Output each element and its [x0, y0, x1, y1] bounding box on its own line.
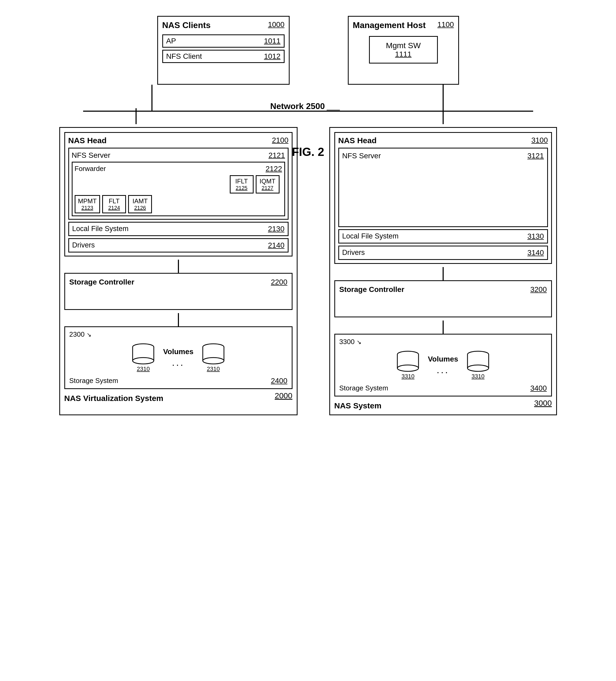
nas-virt-system-id: 2000	[275, 391, 293, 403]
connector-2200-2300	[178, 313, 179, 326]
iqmt-id: 2127	[259, 185, 276, 191]
svg-point-19	[397, 365, 419, 371]
mgmt-sw-id: 1111	[376, 50, 431, 58]
svg-text:Network 2500: Network 2500	[270, 101, 324, 111]
nas-virt-system-box: NAS Head 2100 NFS Server 2121 Forwarder …	[59, 127, 298, 415]
connector-3100-3200	[443, 267, 444, 280]
mgmt-sw-label: Mgmt SW	[376, 41, 431, 50]
storage-group-3300-id: 3300	[339, 338, 355, 346]
storage-ctrl-2200-id: 2200	[271, 278, 287, 286]
volume-3310-id-right: 3310	[466, 373, 490, 380]
nfs-client-box: NFS Client 1012	[162, 50, 285, 63]
nfs-server-2121-label: NFS Server	[72, 151, 110, 159]
nas-head-3100-box: NAS Head 3100 NFS Server 3121 Local File…	[334, 132, 552, 264]
nfs-server-3121-box: NFS Server 3121	[338, 148, 548, 227]
nas-head-2100-id: 2100	[272, 136, 288, 145]
nfs-server-2121-id: 2121	[268, 151, 285, 159]
drivers-3140-box: Drivers 3140	[338, 246, 548, 260]
drivers-3140-id: 3140	[527, 249, 544, 257]
volume-id-left: 2310	[131, 365, 155, 372]
lfs-3130-id: 3130	[527, 232, 544, 241]
storage-system-inner-left: 2310 Volumes ...	[69, 340, 288, 375]
storage-system-2400-box: 2300 ↘ 2310	[64, 326, 293, 389]
ap-id: 1011	[264, 37, 280, 45]
forwarder-label: Forwarder	[75, 165, 106, 173]
iamt-id: 2126	[131, 205, 148, 211]
storage-system-3400-id: 3400	[530, 384, 547, 393]
mgmt-host-box: Management Host 1100 Mgmt SW 1111	[348, 16, 459, 85]
drivers-2140-label: Drivers	[72, 241, 95, 250]
flt-id: 2124	[106, 205, 123, 211]
svg-point-24	[468, 365, 489, 371]
nas-head-2100-title: NAS Head	[68, 136, 107, 145]
storage-ctrl-2200-label: Storage Controller	[69, 278, 134, 286]
volume-3310-id-left: 3310	[396, 373, 420, 380]
nas-clients-title: NAS Clients	[162, 20, 211, 30]
volume-cylinder-right: 2310	[201, 343, 225, 372]
connector-2100-2200	[178, 260, 179, 273]
volumes-label-right: Volumes	[428, 355, 458, 363]
mgmt-sw-box: Mgmt SW 1111	[369, 36, 438, 64]
iflt-label: IFLT	[235, 178, 248, 185]
storage-group-arrow-right: ↘	[356, 339, 361, 345]
connector-3200-3300	[443, 321, 444, 334]
nas-system-footer: NAS System 3000	[334, 399, 552, 410]
lfs-3130-box: Local File System 3130	[338, 229, 548, 244]
storage-ctrl-3200-box: Storage Controller 3200	[334, 280, 552, 317]
volumes-dots-right: ...	[437, 364, 449, 376]
nas-head-3100-id: 3100	[531, 136, 548, 145]
nfs-server-3121-label: NFS Server	[342, 152, 381, 160]
diagram: NAS Clients 1000 AP 1011 NFS Client 1012…	[30, 16, 586, 158]
flt-box: FLT 2124	[102, 195, 126, 213]
nas-clients-id: 1000	[268, 20, 284, 29]
volume-id-right: 2310	[201, 365, 225, 372]
storage-system-inner-right: 3310 Volumes ...	[339, 348, 547, 382]
storage-system-2400-id: 2400	[271, 377, 287, 385]
storage-system-3400-box: 3300 ↘ 3310	[334, 334, 552, 397]
lfs-2130-label: Local File System	[72, 225, 129, 233]
storage-system-bottom-label-left: Storage System 2400	[69, 377, 288, 385]
mpmt-id: 2123	[78, 205, 97, 211]
bottom-row: NAS Head 2100 NFS Server 2121 Forwarder …	[30, 127, 586, 415]
lfs-2130-box: Local File System 2130	[68, 222, 289, 236]
nas-virt-system-footer: NAS Virtualization System 2000	[64, 391, 293, 403]
volumes-label-left: Volumes	[163, 348, 194, 356]
lfs-2130-id: 2130	[268, 225, 284, 233]
top-connectors-svg: Network 2500	[30, 85, 586, 127]
storage-system-bottom-label-right: Storage System 3400	[339, 384, 547, 393]
svg-point-9	[132, 358, 154, 364]
storage-system-2400-label: Storage System	[69, 377, 118, 385]
storage-ctrl-3200-label: Storage Controller	[339, 285, 404, 294]
ap-box: AP 1011	[162, 34, 285, 48]
iflt-box: IFLT 2125	[230, 175, 254, 194]
mgmt-host-id: 1100	[437, 20, 454, 29]
storage-group-2300-id: 2300	[69, 330, 85, 338]
nas-system-id: 3000	[534, 399, 552, 410]
drivers-3140-label: Drivers	[342, 249, 365, 257]
nas-clients-box: NAS Clients 1000 AP 1011 NFS Client 1012	[157, 16, 290, 85]
nas-head-3100-title: NAS Head	[338, 136, 377, 145]
volume-cylinder-3310-left: 3310	[396, 351, 420, 380]
nfs-server-2121-box: NFS Server 2121 Forwarder 2122 IFLT	[68, 148, 289, 220]
volumes-dots-left: ...	[172, 357, 184, 368]
iamt-box: IAMT 2126	[128, 195, 152, 213]
nas-head-2100-box: NAS Head 2100 NFS Server 2121 Forwarder …	[64, 132, 293, 256]
mpmt-box: MPMT 2123	[75, 195, 100, 213]
storage-system-3400-label: Storage System	[339, 384, 388, 393]
drivers-2140-box: Drivers 2140	[68, 238, 289, 252]
nas-system-label: NAS System	[334, 401, 381, 410]
lfs-3130-label: Local File System	[342, 232, 399, 241]
storage-ctrl-2200-box: Storage Controller 2200	[64, 273, 293, 310]
svg-point-14	[203, 358, 224, 364]
nas-system-box: NAS Head 3100 NFS Server 3121 Local File…	[329, 127, 557, 415]
mpmt-label: MPMT	[78, 198, 97, 205]
nfs-server-3121-id: 3121	[527, 152, 544, 160]
iflt-id: 2125	[233, 185, 250, 191]
mgmt-host-title: Management Host	[353, 20, 426, 30]
forwarder-box: Forwarder 2122 IFLT 2125 IQMT 2127	[72, 162, 285, 216]
flt-label: FLT	[109, 198, 120, 205]
nas-virt-system-label: NAS Virtualization System	[64, 394, 164, 403]
storage-group-arrow-left: ↘	[87, 331, 91, 338]
nfs-client-id: 1012	[264, 52, 280, 60]
volume-cylinder-left: 2310	[131, 343, 155, 372]
